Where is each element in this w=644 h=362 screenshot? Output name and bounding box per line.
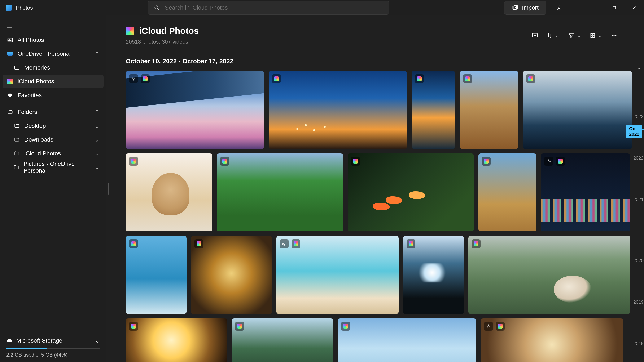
icloud-badge (292, 239, 300, 248)
sidebar-folder-pictures[interactable]: Pictures - OneDrive Personal ⌄ (2, 160, 104, 174)
sidebar-item-icloud-photos[interactable]: iCloud Photos (2, 74, 104, 88)
photos-icon (7, 37, 14, 43)
timeline-year[interactable]: 2022 (633, 155, 644, 161)
svg-point-30 (282, 242, 286, 245)
icloud-badge (482, 157, 490, 166)
photo-tile[interactable] (541, 153, 630, 231)
icloud-badge (341, 322, 350, 331)
svg-point-4 (558, 7, 560, 8)
filter-button[interactable]: ⌄ (568, 32, 581, 39)
sidebar-item-label: iCloud Photos (18, 78, 54, 85)
sort-button[interactable]: ⌄ (546, 32, 560, 39)
icloud-badge (194, 239, 203, 248)
photo-tile[interactable] (232, 319, 333, 362)
chevron-up-icon (637, 66, 642, 71)
date-header: October 10, 2022 - October 17, 2022 (126, 57, 632, 65)
maximize-icon (612, 6, 616, 10)
import-button[interactable]: Import (504, 1, 546, 15)
svg-marker-17 (534, 35, 536, 36)
sidebar-folder-downloads[interactable]: Downloads ⌄ (2, 133, 104, 147)
icloud-badge (472, 239, 480, 248)
minimize-button[interactable] (585, 0, 604, 15)
icloud-badge (220, 157, 229, 166)
photo-tile[interactable] (481, 319, 623, 362)
photo-tile[interactable] (276, 236, 398, 314)
timeline-year[interactable]: 2023 (633, 114, 644, 119)
storage-header[interactable]: Microsoft Storage ⌄ (6, 337, 100, 344)
close-button[interactable] (624, 0, 644, 15)
chevron-up-icon: ⌃ (94, 109, 99, 116)
sidebar-folder-desktop[interactable]: Desktop ⌄ (2, 119, 104, 133)
photo-tile[interactable] (126, 71, 264, 149)
import-label: Import (522, 4, 538, 11)
timeline-year[interactable]: 2018 (633, 341, 644, 346)
sidebar-item-folders[interactable]: Folders ⌃ (2, 105, 104, 119)
page-title: iCloud Photos (139, 26, 199, 36)
svg-rect-14 (15, 66, 19, 69)
hamburger-button[interactable] (2, 18, 17, 33)
sidebar-item-label: Favorites (18, 92, 42, 99)
photo-tile[interactable] (403, 236, 464, 314)
photo-tile[interactable] (348, 153, 474, 231)
photo-tile[interactable] (126, 153, 212, 231)
hamburger-icon (6, 23, 12, 29)
photo-tile[interactable] (191, 236, 272, 314)
sidebar-item-all-photos[interactable]: All Photos (2, 33, 104, 47)
search-field[interactable] (148, 1, 389, 15)
storage-label: Microsoft Storage (16, 337, 62, 344)
chevron-down-icon: ⌄ (95, 337, 100, 344)
sidebar-item-label: iCloud Photos (24, 150, 61, 157)
svg-point-22 (612, 35, 613, 36)
slideshow-button[interactable] (532, 32, 538, 39)
svg-point-31 (488, 325, 489, 327)
sidebar-item-favorites[interactable]: Favorites (2, 88, 104, 102)
photo-tile[interactable] (523, 71, 632, 149)
photo-tile[interactable] (269, 71, 407, 149)
svg-point-29 (283, 243, 285, 245)
sidebar-item-onedrive[interactable]: OneDrive - Personal ⌃ (2, 47, 104, 61)
settings-button[interactable] (552, 1, 566, 15)
photo-tile[interactable] (478, 153, 536, 231)
layout-button[interactable]: ⌄ (590, 32, 602, 39)
svg-line-1 (158, 9, 159, 10)
import-icon (512, 4, 518, 11)
folder-icon (14, 164, 19, 171)
sidebar: All Photos OneDrive - Personal ⌃ Memorie… (0, 15, 106, 362)
maximize-button[interactable] (604, 0, 624, 15)
minimize-icon (592, 5, 597, 10)
timeline-tick (636, 129, 644, 130)
timeline-year[interactable]: 2020 (633, 258, 644, 263)
memories-icon (14, 64, 20, 71)
counts: 20518 photos, 307 videos (126, 38, 199, 45)
photo-tile[interactable] (412, 71, 455, 149)
timeline-year[interactable]: 2021 (633, 197, 644, 202)
close-icon (632, 5, 636, 10)
photo-tile[interactable] (217, 153, 343, 231)
icloud-icon (126, 27, 134, 35)
splitter[interactable] (106, 15, 111, 362)
photo-tile[interactable] (126, 319, 227, 362)
sidebar-item-label: Desktop (24, 122, 46, 129)
photo-tile[interactable] (126, 236, 186, 314)
timeline-marker: Oct 2022 (626, 125, 642, 138)
content-header: iCloud Photos 20518 photos, 307 videos ⌄… (126, 26, 632, 45)
svg-rect-20 (591, 36, 592, 37)
search-input[interactable] (165, 4, 383, 11)
chevron-down-icon: ⌄ (94, 164, 99, 171)
sidebar-folder-icloud[interactable]: iCloud Photos ⌄ (2, 147, 104, 160)
timeline-scrubber[interactable]: 2023 Oct 2022 2022 2021 2020 2019 2018 (632, 15, 644, 362)
sidebar-item-memories[interactable]: Memories (2, 61, 104, 74)
svg-point-28 (547, 160, 550, 163)
svg-point-24 (615, 35, 616, 36)
photo-tile[interactable] (468, 236, 630, 314)
folder-icon (14, 150, 20, 157)
chevron-up-icon: ⌃ (94, 50, 99, 57)
cloud-icon (6, 338, 12, 344)
photo-tile[interactable] (338, 319, 476, 362)
live-photo-badge (280, 239, 288, 248)
timeline-year[interactable]: 2019 (633, 299, 644, 305)
photo-tile[interactable] (460, 71, 518, 149)
window-controls (585, 0, 644, 15)
icloud-badge (129, 322, 138, 331)
more-button[interactable] (611, 32, 617, 39)
